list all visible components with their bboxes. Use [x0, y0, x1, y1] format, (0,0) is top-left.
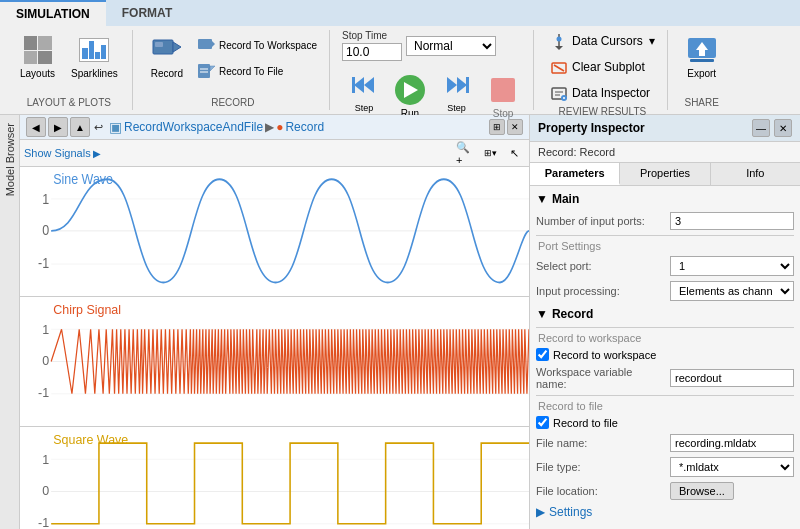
pi-record-header[interactable]: ▼ Record [536, 307, 794, 321]
pi-record-section: ▼ Record Record to workspace Record to w… [536, 307, 794, 519]
data-cursors-button[interactable]: Data Cursors ▾ [546, 30, 659, 52]
record-label: Record [151, 68, 183, 80]
nav-arrows: ◀ ▶ ▲ [26, 117, 90, 137]
toolbar-tabs: SIMULATION FORMAT [0, 0, 800, 26]
show-signals-link[interactable]: Show Signals [24, 147, 91, 159]
svg-point-17 [557, 37, 562, 42]
stop-icon [487, 74, 519, 106]
record-workspace-label: Record To Workspace [219, 40, 317, 51]
file-name-label: File name: [536, 437, 666, 449]
pi-main-header[interactable]: ▼ Main [536, 192, 794, 206]
file-type-select[interactable]: *.mldatx *.mat [670, 457, 794, 477]
svg-rect-30 [51, 167, 529, 296]
record-to-workspace-checkbox-row: Record to workspace [536, 348, 794, 361]
canvas-header: ◀ ▶ ▲ ↩ ▣ RecordWorkspaceAndFile ▶ ● Rec… [20, 115, 529, 140]
file-name-input[interactable] [670, 434, 794, 452]
record-group-label: RECORD [145, 95, 321, 110]
zoom-menu-button[interactable]: ⊞▾ [479, 142, 501, 164]
pi-record-label: Record: Record [530, 142, 800, 163]
workspace-var-name-input[interactable] [670, 369, 794, 387]
stop-time-input[interactable] [342, 43, 402, 61]
canvas-tools: 🔍+ ⊞▾ ↖ [455, 142, 525, 164]
port-settings-label: Port Settings [536, 240, 794, 252]
num-input-ports-row: Number of input ports: [536, 212, 794, 230]
svg-text:Square Wave: Square Wave [53, 433, 128, 447]
pi-tab-properties[interactable]: Properties [620, 163, 710, 185]
record-file-label: Record To File [219, 66, 283, 77]
settings-row[interactable]: ▶ Settings [536, 505, 794, 519]
breadcrumb-workspace[interactable]: RecordWorkspaceAndFile [124, 120, 263, 134]
record-to-workspace-checkbox[interactable] [536, 348, 549, 361]
pi-close-button[interactable]: ✕ [774, 119, 792, 137]
workspace-var-name-label: Workspace variable name: [536, 366, 666, 390]
svg-marker-6 [210, 66, 215, 71]
nav-back-button[interactable]: ◀ [26, 117, 46, 137]
export-icon [686, 34, 718, 66]
sparklines-label: Sparklines [71, 68, 118, 80]
layout-plots-group-label: LAYOUT & PLOTS [14, 95, 124, 110]
sparklines-button[interactable]: Sparklines [65, 30, 124, 84]
record-button[interactable]: Record [145, 30, 189, 84]
canvas-icon: ▣ [109, 119, 122, 135]
clear-subplot-button[interactable]: Clear Subplot [546, 56, 649, 78]
svg-text:-1: -1 [38, 255, 49, 271]
svg-text:0: 0 [42, 222, 49, 238]
ribbon-group-layout-plots: Layouts Sparklines LAYOUT & PLOTS [6, 30, 133, 110]
main-collapse-icon: ▼ [536, 192, 548, 206]
file-location-row: File location: Browse... [536, 482, 794, 500]
file-name-row: File name: [536, 434, 794, 452]
record-to-workspace-button[interactable]: Record To Workspace [193, 34, 321, 56]
layouts-button[interactable]: Layouts [14, 30, 61, 84]
input-processing-select[interactable]: Elements as channels (sample Columns as … [670, 281, 794, 301]
pi-minimize-button[interactable]: — [752, 119, 770, 137]
pi-tab-parameters[interactable]: Parameters [530, 163, 620, 185]
record-to-file-button[interactable]: Record To File [193, 60, 321, 82]
svg-text:1: 1 [42, 452, 49, 466]
svg-marker-12 [447, 77, 457, 93]
chirp-panel: 1 0 -1 Chirp Signal [20, 297, 529, 427]
svg-text:Sine Wave: Sine Wave [53, 171, 113, 187]
record-to-file-checkbox[interactable] [536, 416, 549, 429]
record-to-workspace-checkbox-label: Record to workspace [553, 349, 656, 361]
plot-container: 1 0 -1 Sine Wave 1 0 -1 [20, 167, 529, 529]
sine-wave-panel: 1 0 -1 Sine Wave [20, 167, 529, 297]
port-settings-divider [536, 235, 794, 236]
svg-text:Chirp Signal: Chirp Signal [53, 303, 121, 317]
export-label: Export [687, 68, 716, 80]
pi-tab-info[interactable]: Info [711, 163, 800, 185]
browse-button[interactable]: Browse... [670, 482, 734, 500]
data-inspector-label: Data Inspector [572, 86, 650, 100]
breadcrumb-canvas-label: ↩ [94, 121, 103, 134]
canvas-toolbar: Show Signals ▶ 🔍+ ⊞▾ ↖ [20, 140, 529, 167]
select-port-select[interactable]: 1 2 3 [670, 256, 794, 276]
pi-controls: — ✕ [752, 119, 792, 137]
settings-arrow-icon: ▶ [536, 505, 545, 519]
square-wave-panel: 1 0 -1 0 1 2 3 4 5 6 7 8 9 10 [20, 427, 529, 529]
mode-select[interactable]: Normal Accelerator Rapid Accelerator [406, 36, 496, 56]
model-browser-label[interactable]: Model Browser [0, 115, 20, 204]
breadcrumb-record[interactable]: Record [285, 120, 324, 134]
nav-up-button[interactable]: ▲ [70, 117, 90, 137]
workspace-var-name-row: Workspace variable name: [536, 366, 794, 390]
canvas-area: ◀ ▶ ▲ ↩ ▣ RecordWorkspaceAndFile ▶ ● Rec… [20, 115, 530, 529]
svg-text:-1: -1 [38, 386, 49, 400]
svg-rect-11 [352, 77, 355, 93]
breadcrumb-record-icon: ● [276, 120, 283, 134]
clear-subplot-label: Clear Subplot [572, 60, 645, 74]
export-button[interactable]: Export [680, 30, 724, 84]
nav-forward-button[interactable]: ▶ [48, 117, 68, 137]
zoom-in-button[interactable]: 🔍+ [455, 142, 477, 164]
data-inspector-icon [550, 84, 568, 102]
stop-button[interactable]: Stop [481, 70, 525, 124]
num-input-ports-input[interactable] [670, 212, 794, 230]
ribbon: Layouts Sparklines LAYOUT & PLOTS [0, 26, 800, 114]
pi-main-section: ▼ Main Number of input ports: Port Setti… [536, 192, 794, 301]
tab-simulation[interactable]: SIMULATION [0, 0, 106, 26]
data-inspector-button[interactable]: Data Inspector [546, 82, 654, 104]
select-tool-button[interactable]: ↖ [503, 142, 525, 164]
data-cursors-label: Data Cursors [572, 34, 643, 48]
select-port-label: Select port: [536, 260, 666, 272]
tab-format[interactable]: FORMAT [106, 0, 188, 26]
stop-label: Stop [493, 108, 514, 120]
svg-rect-5 [198, 64, 210, 78]
